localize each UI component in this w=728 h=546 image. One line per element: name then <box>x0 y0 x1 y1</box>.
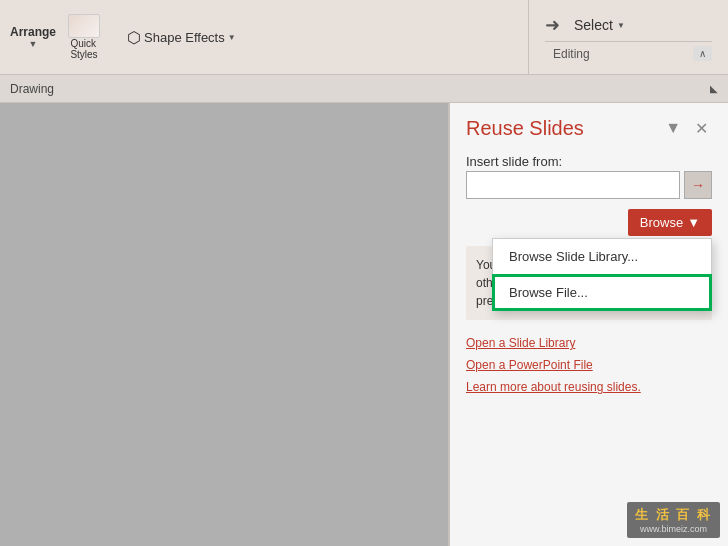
insert-arrow-button[interactable]: → <box>684 171 712 199</box>
toolbar: Arrange ▼ QuickStyles ⬡ Shape Effects ▼ … <box>0 0 728 75</box>
browse-slide-library-label: Browse Slide Library... <box>509 249 638 264</box>
select-label: Select <box>574 17 613 33</box>
panel-links: Open a Slide Library Open a PowerPoint F… <box>466 336 712 394</box>
select-arrow: ▼ <box>617 21 625 30</box>
browse-file-label: Browse File... <box>509 285 588 300</box>
browse-label: Browse <box>640 215 683 230</box>
slide-editing-area <box>0 103 448 546</box>
browse-dropdown-menu: Browse Slide Library... Browse File... <box>492 238 712 311</box>
quick-styles-label: QuickStyles <box>70 38 97 60</box>
insert-label: Insert slide from: <box>466 154 712 169</box>
browse-slide-library-item[interactable]: Browse Slide Library... <box>493 239 711 275</box>
editing-label: Editing <box>553 47 689 61</box>
watermark: 生 活 百 科 www.bimeiz.com <box>627 502 720 538</box>
browse-button[interactable]: Browse ▼ <box>628 209 712 236</box>
watermark-line2: www.bimeiz.com <box>635 524 712 534</box>
open-slide-library-link[interactable]: Open a Slide Library <box>466 336 712 350</box>
insert-input[interactable] <box>466 171 680 199</box>
drawing-label: Drawing <box>10 82 710 96</box>
open-powerpoint-file-link[interactable]: Open a PowerPoint File <box>466 358 712 372</box>
panel-title: Reuse Slides <box>466 117 584 140</box>
panel-collapse-button[interactable]: ▼ <box>661 119 685 138</box>
browse-container: Browse ▼ Browse Slide Library... Browse … <box>466 209 712 236</box>
panel-header: Reuse Slides ▼ ✕ <box>466 117 712 140</box>
insert-from-section: Insert slide from: → <box>466 154 712 199</box>
shape-effects-button[interactable]: ⬡ Shape Effects ▼ <box>121 26 242 49</box>
watermark-line1: 生 活 百 科 <box>635 506 712 524</box>
editing-collapse-button[interactable]: ∧ <box>693 46 712 61</box>
insert-row: → <box>466 171 712 199</box>
insert-arrow-icon: → <box>691 177 705 193</box>
quick-styles-button[interactable]: QuickStyles <box>64 12 104 62</box>
arrange-label: Arrange <box>10 25 56 39</box>
browse-file-item[interactable]: Browse File... <box>493 275 711 310</box>
panel-controls: ▼ ✕ <box>661 119 712 138</box>
learn-more-link[interactable]: Learn more about reusing slides. <box>466 380 712 394</box>
toolbar-bottom-bar: Drawing ◣ <box>0 75 728 103</box>
cursor-icon: ➜ <box>545 14 560 36</box>
shape-effects-label: Shape Effects <box>144 30 225 45</box>
panel-close-button[interactable]: ✕ <box>691 119 712 138</box>
reuse-slides-panel: Reuse Slides ▼ ✕ Insert slide from: → Br… <box>448 103 728 546</box>
shape-effects-arrow: ▼ <box>228 33 236 42</box>
drawing-expand-icon[interactable]: ◣ <box>710 83 718 94</box>
select-button[interactable]: Select ▼ <box>566 13 633 37</box>
toolbar-left: Arrange ▼ QuickStyles ⬡ Shape Effects ▼ <box>0 0 528 74</box>
browse-arrow-icon: ▼ <box>687 215 700 230</box>
main-content: Reuse Slides ▼ ✕ Insert slide from: → Br… <box>0 103 728 546</box>
editing-section: Editing ∧ <box>545 41 712 61</box>
arrange-group: Arrange ▼ <box>10 25 56 49</box>
arrange-arrow[interactable]: ▼ <box>29 39 38 49</box>
toolbar-right: ➜ Select ▼ Editing ∧ <box>528 0 728 74</box>
